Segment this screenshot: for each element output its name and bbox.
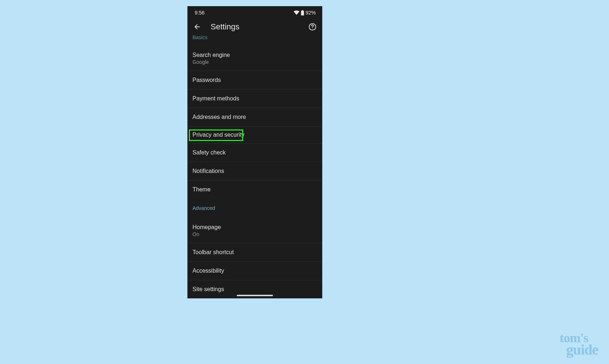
svg-point-1 <box>312 28 312 29</box>
back-button[interactable] <box>193 23 201 31</box>
watermark-line2: guide <box>566 344 598 356</box>
section-header-basics: Basics <box>187 34 322 42</box>
item-title: Theme <box>192 186 317 193</box>
item-title: Search engine <box>192 52 317 58</box>
item-title: Safety check <box>192 149 317 156</box>
settings-item-notifications[interactable]: Notifications <box>187 162 322 181</box>
item-subtitle: Google <box>192 59 317 65</box>
settings-list: Basics Search engine Google Passwords Pa… <box>187 37 322 298</box>
item-title: Privacy and security <box>192 132 317 138</box>
item-title: Addresses and more <box>192 114 317 120</box>
status-indicators: 92% <box>294 10 316 16</box>
item-title: Payment methods <box>192 95 317 102</box>
item-title: Site settings <box>192 286 317 293</box>
settings-item-toolbar-shortcut[interactable]: Toolbar shortcut <box>187 243 322 262</box>
android-nav-bar[interactable] <box>237 295 273 296</box>
battery-icon <box>301 10 304 16</box>
app-bar: Settings <box>187 18 322 37</box>
phone-screen: 9:56 92% Settings Basics Search engine G… <box>187 6 322 298</box>
settings-item-privacy-security[interactable]: Privacy and security <box>187 127 322 144</box>
settings-item-passwords[interactable]: Passwords <box>187 71 322 90</box>
page-title: Settings <box>211 22 299 32</box>
item-title: Accessibility <box>192 268 317 274</box>
settings-item-safety-check[interactable]: Safety check <box>187 144 322 162</box>
watermark-logo: tom's guide <box>560 332 598 356</box>
settings-item-addresses[interactable]: Addresses and more <box>187 108 322 127</box>
help-button[interactable] <box>308 23 316 31</box>
settings-item-theme[interactable]: Theme <box>187 181 322 199</box>
item-title: Homepage <box>192 224 317 231</box>
settings-item-search-engine[interactable]: Search engine Google <box>187 42 322 71</box>
item-title: Toolbar shortcut <box>192 249 317 256</box>
status-time: 9:56 <box>195 10 204 16</box>
status-bar: 9:56 92% <box>187 6 322 18</box>
item-title: Notifications <box>192 168 317 174</box>
settings-item-accessibility[interactable]: Accessibility <box>187 262 322 280</box>
item-subtitle: On <box>192 231 317 237</box>
battery-percent: 92% <box>306 10 316 16</box>
section-header-advanced: Advanced <box>187 199 322 214</box>
settings-item-homepage[interactable]: Homepage On <box>187 214 322 243</box>
settings-item-payment-methods[interactable]: Payment methods <box>187 90 322 108</box>
item-title: Passwords <box>192 77 317 83</box>
wifi-icon <box>294 11 299 15</box>
